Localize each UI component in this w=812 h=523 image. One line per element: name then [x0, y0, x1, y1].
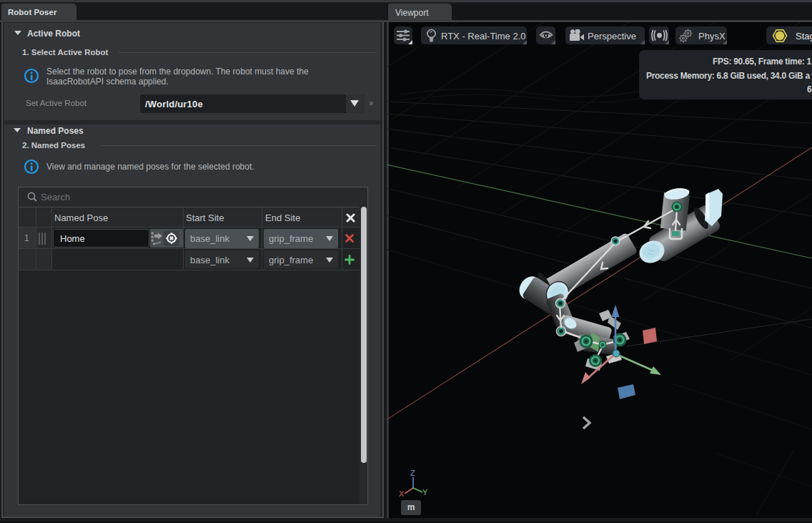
svg-text:X: X — [399, 489, 405, 498]
svg-text:Z: Z — [410, 469, 415, 477]
svg-text:Y: Y — [422, 488, 428, 497]
